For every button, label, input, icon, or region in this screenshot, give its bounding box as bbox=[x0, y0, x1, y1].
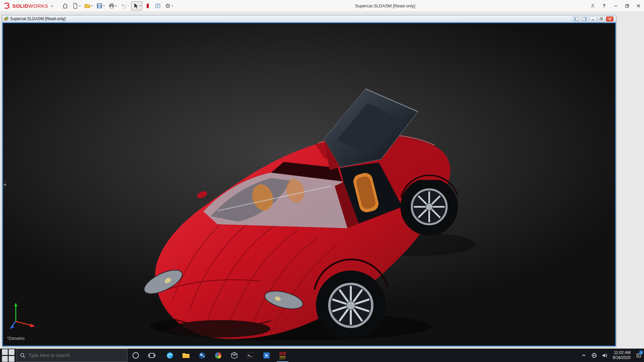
taskbar-app-blue-circle[interactable] bbox=[194, 349, 210, 362]
taskbar: SW 2020 11:02 AM 9/16/2020 bbox=[0, 349, 644, 362]
solidworks-icon: SW 2020 bbox=[279, 352, 286, 359]
chevron-up-icon bbox=[581, 353, 587, 358]
assembly-file-icon bbox=[4, 17, 8, 21]
side-mirror[interactable] bbox=[196, 190, 208, 200]
orientation-triad bbox=[8, 301, 39, 329]
network-button[interactable] bbox=[589, 349, 599, 362]
document-titlebar[interactable]: Supercar.SLDASM [Read-only] bbox=[2, 15, 616, 22]
minimize-button[interactable] bbox=[610, 0, 621, 11]
document-title: Supercar.SLDASM [Read-only] bbox=[10, 16, 65, 21]
save-icon bbox=[96, 3, 103, 9]
edge-icon bbox=[166, 351, 174, 360]
brand-text: SOLIDWORKS bbox=[12, 3, 48, 9]
task-view-button[interactable] bbox=[144, 349, 160, 362]
dropdown-arrow-icon[interactable]: ▾ bbox=[127, 4, 129, 7]
volume-button[interactable] bbox=[599, 349, 610, 362]
view-orientation-label: *Dimetric bbox=[7, 336, 25, 341]
doc-minimize-button[interactable] bbox=[589, 16, 597, 21]
feature-tree-flyout-handle[interactable]: ◀ bbox=[3, 180, 6, 189]
menu-expand-arrow-icon[interactable]: ▸ bbox=[52, 4, 54, 8]
dropdown-arrow-icon[interactable]: ▾ bbox=[115, 4, 117, 7]
report-table-button[interactable] bbox=[153, 1, 162, 10]
print-icon bbox=[108, 3, 115, 9]
car-model[interactable] bbox=[3, 23, 615, 346]
start-button[interactable] bbox=[0, 349, 16, 362]
notification-badge: 2 bbox=[639, 350, 643, 355]
print-button[interactable]: ▾ bbox=[107, 1, 118, 10]
red-capsule-button[interactable] bbox=[143, 1, 152, 10]
file-explorer-icon bbox=[182, 351, 190, 360]
undo-button[interactable]: ▾ bbox=[119, 1, 130, 10]
windows-logo-icon bbox=[0, 347, 16, 362]
taskbar-app-solidworks[interactable]: SW 2020 bbox=[274, 349, 290, 362]
select-tool-button[interactable]: ▾ bbox=[131, 1, 142, 10]
solidworks-logo-icon bbox=[3, 2, 11, 9]
doc-restore-button[interactable] bbox=[598, 16, 605, 21]
viewport-3d[interactable]: *Dimetric ◀ bbox=[2, 22, 616, 346]
cortana-button[interactable] bbox=[127, 349, 144, 362]
action-center-button[interactable]: 2 bbox=[634, 349, 644, 362]
pane-left-icon bbox=[574, 17, 578, 20]
cortana-icon bbox=[131, 351, 140, 360]
pane-right-button[interactable] bbox=[581, 16, 588, 21]
clock-date: 9/16/2020 bbox=[613, 355, 631, 360]
blue-tile-app-icon bbox=[262, 351, 271, 360]
search-icon bbox=[20, 353, 25, 358]
system-tray: 11:02 AM 9/16/2020 2 bbox=[579, 349, 644, 362]
undo-icon bbox=[120, 3, 127, 9]
chevron-left-icon: ◀ bbox=[4, 183, 6, 186]
speaker-icon bbox=[602, 353, 607, 358]
help-icon: ? bbox=[603, 3, 606, 8]
doc-close-button[interactable] bbox=[606, 16, 613, 21]
close-button[interactable] bbox=[633, 0, 644, 11]
minimize-icon bbox=[613, 3, 618, 8]
taskbar-app-edge[interactable] bbox=[162, 349, 178, 362]
task-view-icon bbox=[148, 351, 156, 360]
quick-access-toolbar: ▾ ▾ ▾ ▾ ▾ ▾ ▾ bbox=[61, 0, 174, 11]
taskbar-search[interactable] bbox=[16, 349, 127, 362]
close-icon bbox=[608, 17, 612, 20]
taskbar-app-colorful-sphere[interactable] bbox=[210, 349, 226, 362]
document-window-controls bbox=[573, 16, 614, 21]
document-window: Supercar.SLDASM [Read-only] bbox=[2, 15, 616, 347]
globe-network-icon bbox=[591, 353, 597, 358]
mdi-background: Supercar.SLDASM [Read-only] bbox=[0, 12, 644, 349]
terminal-icon bbox=[246, 351, 255, 360]
restore-button[interactable] bbox=[621, 0, 633, 11]
taskbar-app-terminal[interactable] bbox=[242, 349, 258, 362]
minimize-icon bbox=[591, 17, 595, 20]
restore-icon bbox=[599, 17, 603, 20]
new-document-button[interactable]: ▾ bbox=[71, 1, 82, 10]
rear-wheel[interactable] bbox=[400, 178, 458, 236]
taskbar-clock[interactable]: 11:02 AM 9/16/2020 bbox=[610, 349, 634, 362]
solidworks-logo: SOLIDWORKS bbox=[0, 2, 48, 9]
pane-left-button[interactable] bbox=[573, 16, 580, 21]
dropdown-arrow-icon[interactable]: ▾ bbox=[140, 4, 141, 7]
account-button[interactable] bbox=[587, 0, 598, 11]
pane-right-icon bbox=[583, 17, 587, 20]
solidworks-year-label: 2020 bbox=[279, 355, 285, 359]
options-button[interactable]: ▾ bbox=[163, 1, 174, 10]
home-icon bbox=[62, 3, 68, 9]
help-button[interactable]: ? bbox=[598, 0, 610, 11]
dropdown-arrow-icon[interactable]: ▾ bbox=[172, 4, 173, 7]
dropdown-arrow-icon[interactable]: ▾ bbox=[79, 4, 80, 7]
taskbar-app-file-explorer[interactable] bbox=[178, 349, 194, 362]
front-wheel[interactable] bbox=[316, 270, 386, 340]
dropdown-arrow-icon[interactable]: ▾ bbox=[91, 4, 93, 7]
save-button[interactable]: ▾ bbox=[95, 1, 106, 10]
colorful-sphere-app-icon bbox=[214, 351, 222, 360]
home-button[interactable] bbox=[61, 1, 70, 10]
new-document-icon bbox=[72, 3, 78, 9]
select-cursor-icon bbox=[132, 3, 139, 9]
dropdown-arrow-icon[interactable]: ▾ bbox=[103, 4, 105, 7]
tray-overflow-button[interactable] bbox=[579, 349, 589, 362]
taskbar-app-gray-cube[interactable] bbox=[226, 349, 242, 362]
report-table-icon bbox=[155, 3, 161, 9]
taskbar-app-blue-tile[interactable] bbox=[258, 349, 274, 362]
open-folder-icon bbox=[84, 3, 91, 9]
clock-time: 11:02 AM bbox=[614, 350, 631, 355]
main-window-controls: ? bbox=[587, 0, 644, 11]
open-button[interactable]: ▾ bbox=[83, 1, 94, 10]
search-input[interactable] bbox=[29, 353, 124, 358]
